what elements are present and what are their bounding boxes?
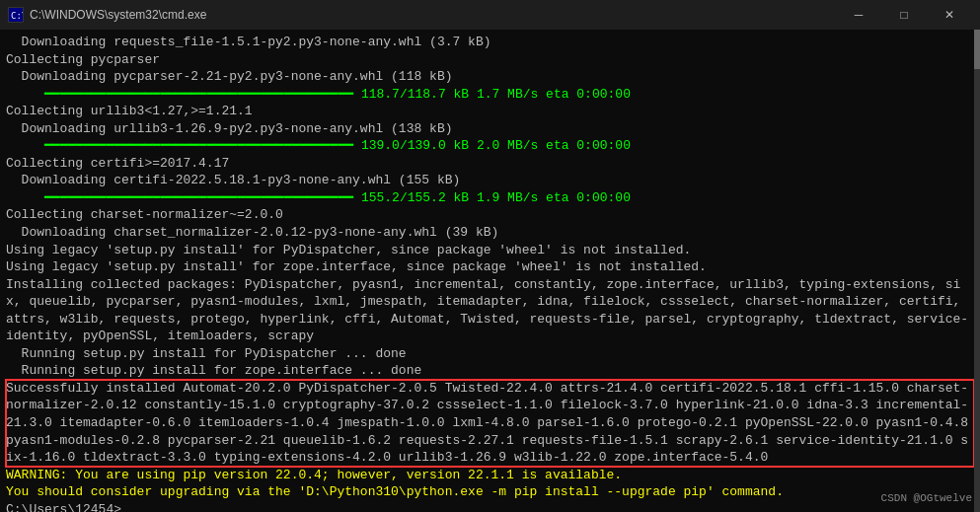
console-line: Running setup.py install for PyDispatche… [6,345,974,363]
titlebar-left: C:\ C:\WINDOWS\system32\cmd.exe [8,7,206,23]
console-line: ━━━━━━━━━━━━━━━━━━━━━━━━━━━━━━━━━━━━━━━━… [6,137,974,155]
svg-text:C:\: C:\ [11,11,23,21]
console-line: Downloading certifi-2022.5.18.1-py3-none… [6,172,974,189]
console-line: You should consider upgrading via the 'D… [6,483,974,501]
console-line: Collecting urllib3<1.27,>=1.21.1 [6,103,974,120]
maximize-button[interactable]: □ [881,0,927,30]
console-line: Collecting certifi>=2017.4.17 [6,155,974,173]
console-line: ━━━━━━━━━━━━━━━━━━━━━━━━━━━━━━━━━━━━━━━━… [6,189,974,207]
console-line: Using legacy 'setup.py install' for zope… [6,258,974,276]
console-line: C:\Users\12454> [6,501,974,512]
scrollbar[interactable] [974,30,980,512]
cmd-window: C:\ C:\WINDOWS\system32\cmd.exe ─ □ ✕ Do… [0,0,980,512]
console-line: Successfully installed Automat-20.2.0 Py… [6,380,974,467]
console-line: ━━━━━━━━━━━━━━━━━━━━━━━━━━━━━━━━━━━━━━━━… [6,86,974,104]
titlebar-title: C:\WINDOWS\system32\cmd.exe [30,8,206,22]
console-line: Collecting charset-normalizer~=2.0.0 [6,206,974,224]
console-line: Collecting pycparser [6,51,974,69]
console-line: Downloading requests_file-1.5.1-py2.py3-… [6,34,974,51]
titlebar-controls: ─ □ ✕ [836,0,972,30]
scrollbar-thumb[interactable] [974,30,980,69]
console-line: Installing collected packages: PyDispatc… [6,276,974,345]
titlebar: C:\ C:\WINDOWS\system32\cmd.exe ─ □ ✕ [0,0,980,30]
minimize-button[interactable]: ─ [836,0,881,30]
console-line: Downloading pycparser-2.21-py2.py3-none-… [6,68,974,86]
cmd-icon: C:\ [8,7,24,23]
console-line: Running setup.py install for zope.interf… [6,362,974,380]
console-line: Downloading charset_normalizer-2.0.12-py… [6,224,974,242]
close-button[interactable]: ✕ [927,0,972,30]
console-line: Using legacy 'setup.py install' for PyDi… [6,242,974,259]
console-line: WARNING: You are using pip version 22.0.… [6,467,974,484]
console-lines: Downloading requests_file-1.5.1-py2.py3-… [6,34,974,512]
console-output: Downloading requests_file-1.5.1-py2.py3-… [0,30,980,512]
console-line: Downloading urllib3-1.26.9-py2.py3-none-… [6,120,974,138]
watermark: CSDN @OGtwelve [881,491,972,506]
